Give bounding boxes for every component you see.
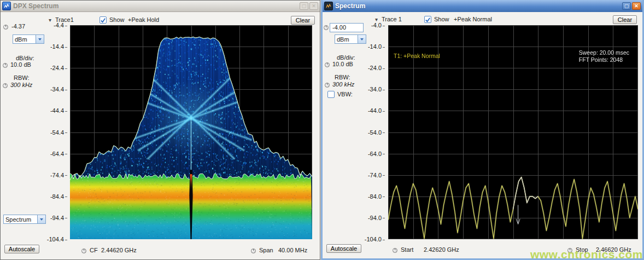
dpx-plot-area[interactable] [70,25,312,239]
y-axis-tick-label: -104.4 [47,236,67,242]
y-axis-tick-label: -24.4 [50,65,67,71]
y-axis-tick-label: -74.4 [50,172,67,178]
maximize-button[interactable]: ▢ [622,2,631,10]
display-mode-dropdown[interactable]: Spectrum [3,215,46,224]
checkmark-icon [100,18,106,24]
rbw-label: RBW: [14,74,30,81]
ref-level-value[interactable]: -4.37 [11,23,25,30]
dropdown-arrow-icon [37,215,45,223]
db-div-knob-icon[interactable] [325,62,330,67]
cf-knob-icon[interactable] [81,249,86,253]
units-value: dBm [335,36,358,43]
span-knob-icon[interactable] [251,249,256,253]
y-axis-tick-label: -84.4 [50,193,67,200]
rbw-knob-icon[interactable] [325,83,330,88]
rbw-value[interactable]: 300 kHz [332,81,354,88]
rbw-label: RBW: [335,74,350,80]
window-title: Spectrum [335,2,365,10]
vbw-label: VBW: [337,91,353,97]
units-value: dBm [13,36,36,43]
display-mode-value: Spectrum [4,216,37,223]
y-axis: -4.4-14.4-24.4-34.4-44.4-54.4-64.4-74.4-… [46,25,67,239]
show-label: Show [434,16,449,22]
autoscale-button[interactable]: Autoscale [4,245,39,253]
cf-value[interactable]: 2.44620 GHz [101,247,137,253]
show-checkbox[interactable] [99,16,107,24]
db-div-label: dB/div: [337,54,355,61]
detector-label: +Peak Normal [454,16,492,22]
y-axis-tick-label: -44.0 [368,107,385,114]
db-div-value[interactable]: 10.0 dB [332,61,353,67]
spectrum-app-icon [324,2,333,10]
span-value[interactable]: 40.00 MHz [278,247,307,253]
y-axis-tick-label: -64.0 [368,151,385,157]
detector-label: +Peak Hold [128,16,159,23]
window-title: DPX Spectrum [13,2,58,10]
y-axis-tick-label: -34.0 [368,86,385,93]
span-label: Span [259,247,273,253]
maximize-button[interactable]: ▢ [300,2,308,10]
spectrum-window: Spectrum ▢ ✕ ▾ Trace 1 Show +Peak Normal… [321,0,644,260]
close-button[interactable]: ✕ [309,2,318,10]
cf-label: CF [90,247,98,253]
sweep-info-annotation: Sweep: 20.00 msec FFT Points: 2048 [579,49,629,63]
vbw-checkbox[interactable] [327,91,335,98]
start-label: Start [401,246,413,253]
y-axis-tick-label: -34.4 [50,86,67,93]
db-div-value[interactable]: 10.0 dB [10,61,31,68]
start-knob-icon[interactable] [393,248,397,253]
y-axis-tick-label: -54.4 [50,129,67,136]
ref-level-knob-icon[interactable] [3,25,8,30]
y-axis-tick-label: -4.4 [54,22,67,28]
watermark: www.cntronics.com [530,248,643,260]
db-div-label: dB/div: [16,55,34,61]
dpx-app-icon [2,2,11,10]
trace-info-annotation: T1: +Peak Normal [394,53,440,60]
y-axis-tick-label: -104.0 [365,236,385,242]
spectrum-plot-area[interactable]: T1: +Peak Normal Sweep: 20.00 msec FFT P… [388,25,638,239]
rbw-value[interactable]: 300 kHz [10,82,32,88]
sweep-value: Sweep: 20.00 msec [579,49,629,56]
close-button[interactable]: ✕ [632,2,641,10]
y-axis-tick-label: -4.0 [371,22,385,28]
rbw-knob-icon[interactable] [3,83,8,88]
y-axis: -4.0-14.0-24.0-34.0-44.0-54.0-64.0-74.0-… [362,25,385,239]
y-axis-tick-label: -94.0 [368,215,385,221]
clear-button[interactable]: Clear [613,15,637,24]
dropdown-arrow-icon [36,35,44,43]
y-axis-tick-label: -14.0 [368,43,385,50]
autoscale-button[interactable]: Autoscale [326,244,361,253]
y-axis-tick-label: -14.4 [50,43,67,50]
show-label: Show [109,16,125,23]
ref-level-input[interactable]: -4.00 [330,23,364,32]
spectrum-titlebar[interactable]: Spectrum ▢ ✕ [323,0,642,12]
y-axis-tick-label: -94.4 [50,215,67,221]
dpx-titlebar[interactable]: DPX Spectrum ▢ ✕ [1,1,320,12]
show-checkbox[interactable] [424,16,431,23]
y-axis-tick-label: -54.0 [368,129,385,136]
y-axis-tick-label: -74.0 [368,172,385,178]
clear-button[interactable]: Clear [291,16,315,25]
y-axis-tick-label: -64.4 [50,151,67,157]
y-axis-tick-label: -84.0 [368,193,385,200]
dpx-plot-canvas [70,25,312,239]
screen: DPX Spectrum ▢ ✕ ▾ Trace1 Show +Peak Hol… [0,0,644,260]
y-axis-tick-label: -24.0 [368,65,385,71]
chevron-down-icon[interactable]: ▾ [49,17,51,23]
dpx-spectrum-window: DPX Spectrum ▢ ✕ ▾ Trace1 Show +Peak Hol… [0,0,320,260]
units-dropdown[interactable]: dBm [13,34,44,44]
fft-points-value: FFT Points: 2048 [579,56,629,63]
start-value[interactable]: 2.42620 GHz [424,246,459,253]
checkmark-icon [425,17,431,23]
db-div-knob-icon[interactable] [3,63,8,68]
y-axis-tick-label: -44.4 [50,107,67,114]
ref-level-knob-icon[interactable] [324,25,329,30]
